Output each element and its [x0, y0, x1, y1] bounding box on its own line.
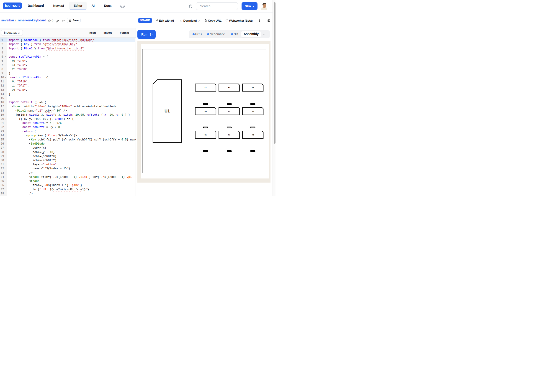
- svg-text:K3: K3: [252, 134, 254, 136]
- svg-text:K8: K8: [228, 87, 230, 88]
- svg-text:K2: K2: [228, 134, 230, 136]
- svg-text:K9: K9: [252, 87, 254, 88]
- svg-text:U1: U1: [165, 109, 170, 113]
- svg-text:K7: K7: [205, 87, 207, 88]
- svg-text:K5: K5: [228, 110, 230, 112]
- svg-text:K6: K6: [252, 110, 254, 112]
- svg-text:K4: K4: [205, 110, 207, 112]
- svg-text:K1: K1: [205, 134, 207, 136]
